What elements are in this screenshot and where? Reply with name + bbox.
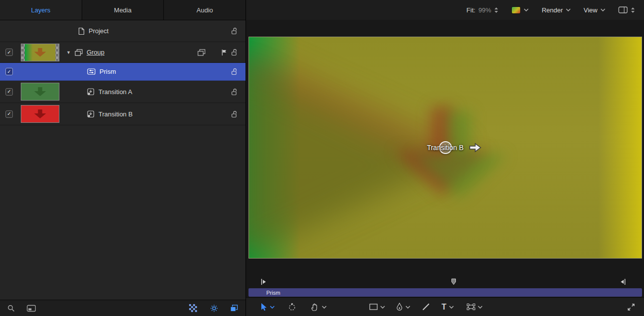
text-tool[interactable]: T <box>442 303 454 311</box>
flag-icon[interactable] <box>221 49 227 56</box>
document-icon <box>78 27 85 35</box>
canvas-viewport: Transition B <box>246 20 644 275</box>
prism-timebar[interactable]: Prism <box>248 288 642 297</box>
transition-b-label: Transition B <box>99 110 133 118</box>
render-label: Render <box>542 6 563 14</box>
chevron-down-icon <box>600 8 605 11</box>
select-arrow-icon <box>260 303 267 312</box>
view-menu[interactable]: View <box>584 6 605 14</box>
stepper-icon[interactable] <box>494 7 498 13</box>
transition-b-activation-checkbox[interactable]: ✓ <box>5 110 13 118</box>
tab-layers[interactable]: Layers <box>0 0 82 20</box>
row-transition-b[interactable]: ✓ Transition B <box>0 103 246 125</box>
out-point-marker[interactable] <box>620 278 626 285</box>
arrow-right-icon[interactable] <box>469 142 482 154</box>
text-tool-glyph: T <box>442 303 446 311</box>
gear-icon[interactable] <box>210 304 218 313</box>
tab-media[interactable]: Media <box>82 0 164 20</box>
hand-icon <box>310 303 319 312</box>
filter-icon <box>87 68 96 75</box>
expand-icon <box>627 303 635 311</box>
expand-timeline-button[interactable] <box>627 303 635 311</box>
media-badge-icon <box>87 110 95 118</box>
panel-tab-bar: Layers Media Audio <box>0 0 246 20</box>
pen-nib-icon <box>396 303 403 311</box>
prism-activation-checkbox[interactable]: ✓ <box>5 68 13 75</box>
lock-icon[interactable] <box>231 49 238 56</box>
channels-popup[interactable] <box>511 6 529 14</box>
in-point-marker[interactable] <box>261 278 266 285</box>
color-channels-icon <box>511 6 521 14</box>
row-prism[interactable]: ✓ Prism <box>0 63 246 81</box>
chevron-down-icon <box>566 8 571 11</box>
chevron-down-icon <box>449 306 454 309</box>
display-icon <box>618 6 628 13</box>
mask-shape-tool[interactable] <box>467 304 483 310</box>
select-transform-tool[interactable] <box>260 303 275 312</box>
mask-rect-icon <box>467 304 475 310</box>
transition-b-thumbnail[interactable] <box>21 105 59 123</box>
blurred-arrow-green <box>412 111 506 198</box>
blend-mode-icon[interactable] <box>198 49 205 56</box>
group-label[interactable]: Group <box>87 49 104 56</box>
chevron-down-icon <box>270 306 275 309</box>
canvas-area: Fit: 99% Render View <box>246 0 644 316</box>
search-icon[interactable] <box>7 305 15 312</box>
view-label: View <box>584 6 597 14</box>
hud-label: Transition B <box>427 144 463 152</box>
checkerboard-icon[interactable] <box>189 304 197 312</box>
project-label: Project <box>89 27 108 35</box>
group-activation-checkbox[interactable]: ✓ <box>5 49 13 56</box>
row-project[interactable]: Project <box>0 20 246 42</box>
adjust-item-tool[interactable] <box>288 303 297 312</box>
zoom-value: 99% <box>478 6 491 14</box>
transition-a-activation-checkbox[interactable]: ✓ <box>5 88 13 96</box>
timebar-label: Prism <box>266 290 280 296</box>
fit-label: Fit: <box>466 6 475 14</box>
transition-a-label: Transition A <box>99 88 132 96</box>
disclosure-triangle-icon[interactable]: ▼ <box>66 50 71 55</box>
lock-icon[interactable] <box>231 88 238 96</box>
layers-panel: Layers Media Audio Project ✓ <box>0 0 246 316</box>
stepper-icon[interactable] <box>631 7 635 13</box>
chevron-down-icon <box>322 306 327 309</box>
bezier-pen-tool[interactable] <box>396 303 410 311</box>
adjust-item-icon <box>288 303 297 312</box>
transition-a-thumbnail[interactable] <box>21 83 59 101</box>
rectangle-shape-tool[interactable] <box>369 304 385 310</box>
layers-panel-footer <box>0 300 246 316</box>
bottom-toolbar: T <box>246 297 644 316</box>
pan-tool[interactable] <box>310 303 327 312</box>
fit-zoom-control[interactable]: Fit: 99% <box>466 6 498 14</box>
media-badge-icon <box>87 88 95 96</box>
canvas-toolbar: Fit: 99% Render View <box>246 0 644 20</box>
paint-stroke-tool[interactable] <box>422 303 430 311</box>
lock-icon[interactable] <box>231 27 238 35</box>
canvas[interactable]: Transition B <box>248 37 642 259</box>
row-transition-a[interactable]: ✓ Transition A <box>0 81 246 103</box>
timebar-row: Prism <box>246 288 644 297</box>
rectangle-icon <box>369 304 378 310</box>
render-menu[interactable]: Render <box>542 6 571 14</box>
display-control[interactable] <box>618 6 635 13</box>
group-icon <box>75 49 83 56</box>
layer-list: Project ✓ ▼ Group <box>0 20 246 300</box>
lock-icon[interactable] <box>231 110 238 118</box>
layers-view-icon[interactable] <box>230 305 238 312</box>
lock-icon[interactable] <box>231 68 238 75</box>
mini-timeline[interactable] <box>246 275 644 288</box>
chevron-down-icon <box>478 306 483 309</box>
thumbnail-display-icon[interactable] <box>27 305 36 312</box>
chevron-down-icon <box>380 306 385 309</box>
motion-app-window: Layers Media Audio Project ✓ <box>0 0 644 316</box>
playhead-marker[interactable] <box>451 278 456 285</box>
group-thumbnail[interactable] <box>21 44 59 61</box>
row-group[interactable]: ✓ ▼ Group <box>0 42 246 63</box>
stroke-line-icon <box>422 303 430 311</box>
prism-label: Prism <box>99 68 116 75</box>
chevron-down-icon <box>524 8 529 11</box>
tab-audio[interactable]: Audio <box>164 0 246 20</box>
chevron-down-icon <box>405 306 410 309</box>
